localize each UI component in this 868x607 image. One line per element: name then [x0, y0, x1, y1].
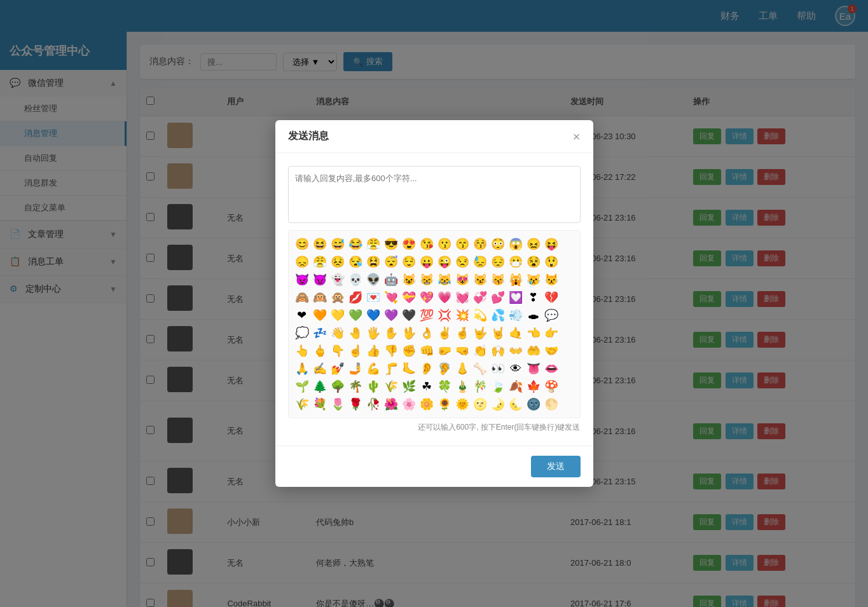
- emoji-item[interactable]: 🤳: [347, 360, 364, 377]
- emoji-item[interactable]: 😙: [454, 236, 471, 252]
- emoji-item[interactable]: 😌: [401, 254, 417, 270]
- emoji-item[interactable]: 💬: [543, 307, 560, 324]
- emoji-item[interactable]: 👇: [329, 343, 346, 359]
- emoji-item[interactable]: 🎍: [454, 378, 471, 395]
- emoji-item[interactable]: 😤: [312, 254, 328, 270]
- emoji-item[interactable]: 👂: [418, 360, 435, 377]
- emoji-item[interactable]: 🦴: [472, 360, 488, 377]
- emoji-item[interactable]: 😽: [490, 271, 506, 288]
- emoji-item[interactable]: 😚: [472, 236, 488, 252]
- emoji-item[interactable]: 🤜: [454, 343, 471, 359]
- emoji-item[interactable]: 💕: [490, 289, 506, 306]
- emoji-item[interactable]: 🖐: [365, 325, 382, 341]
- emoji-item[interactable]: 🦻: [436, 360, 453, 377]
- emoji-item[interactable]: 😍: [401, 236, 417, 252]
- emoji-item[interactable]: 🌛: [490, 396, 506, 413]
- emoji-item[interactable]: 🌹: [347, 396, 364, 413]
- emoji-item[interactable]: 💥: [454, 307, 471, 324]
- emoji-item[interactable]: 🌱: [294, 378, 310, 395]
- emoji-item[interactable]: 😞: [294, 254, 310, 270]
- emoji-item[interactable]: 😤: [365, 236, 382, 252]
- emoji-item[interactable]: 😝: [543, 236, 560, 252]
- emoji-item[interactable]: 👏: [472, 343, 488, 359]
- emoji-item[interactable]: 😳: [490, 236, 506, 252]
- emoji-item[interactable]: 👅: [525, 360, 542, 377]
- emoji-item[interactable]: 🤙: [507, 325, 524, 341]
- emoji-item[interactable]: 👍: [365, 343, 382, 359]
- emoji-item[interactable]: 😷: [507, 254, 524, 270]
- emoji-item[interactable]: 😪: [347, 254, 364, 270]
- emoji-item[interactable]: 💜: [383, 307, 399, 324]
- emoji-item[interactable]: ❣: [525, 289, 542, 306]
- emoji-item[interactable]: 😣: [329, 254, 346, 270]
- emoji-item[interactable]: 💟: [507, 289, 524, 306]
- emoji-item[interactable]: 🌞: [454, 396, 471, 413]
- emoji-item[interactable]: 🌼: [418, 396, 435, 413]
- emoji-item[interactable]: 💛: [329, 307, 346, 324]
- emoji-item[interactable]: 😹: [436, 271, 453, 288]
- emoji-item[interactable]: 🌵: [365, 378, 382, 395]
- emoji-item[interactable]: 😿: [525, 271, 542, 288]
- emoji-item[interactable]: 😖: [525, 236, 542, 252]
- emoji-item[interactable]: 🌲: [312, 378, 328, 395]
- emoji-item[interactable]: 💦: [490, 307, 506, 324]
- emoji-item[interactable]: 🙏: [294, 360, 310, 377]
- emoji-item[interactable]: 🌾: [294, 396, 310, 413]
- emoji-item[interactable]: 👆: [294, 343, 310, 359]
- emoji-item[interactable]: 🍂: [507, 378, 524, 395]
- emoji-item[interactable]: 👽: [365, 271, 382, 288]
- emoji-item[interactable]: 🌷: [329, 396, 346, 413]
- modal-overlay[interactable]: 发送消息 × 😊😆😅😂😤😎😍😘😗😙😚😳😱😖😝😞😤😣😪😫😴😌😛😜😒😓😔😷😵😲👿😈👻…: [0, 0, 868, 607]
- emoji-item[interactable]: 🖤: [401, 307, 417, 324]
- emoji-item[interactable]: 💌: [365, 289, 382, 306]
- emoji-item[interactable]: 😻: [454, 271, 471, 288]
- emoji-item[interactable]: 😾: [543, 271, 560, 288]
- emoji-item[interactable]: 💢: [436, 307, 453, 324]
- emoji-item[interactable]: 💋: [347, 289, 364, 306]
- emoji-item[interactable]: 👻: [329, 271, 346, 288]
- emoji-item[interactable]: 🌴: [347, 378, 364, 395]
- emoji-item[interactable]: 🌚: [525, 396, 542, 413]
- emoji-item[interactable]: 🕳: [525, 307, 542, 324]
- modal-close-button[interactable]: ×: [573, 130, 581, 143]
- emoji-item[interactable]: 🙌: [490, 343, 506, 359]
- emoji-item[interactable]: 👀: [490, 360, 506, 377]
- emoji-item[interactable]: 💘: [383, 289, 399, 306]
- emoji-item[interactable]: 🤛: [436, 343, 453, 359]
- emoji-item[interactable]: ✊: [401, 343, 417, 359]
- emoji-item[interactable]: 🍁: [525, 378, 542, 395]
- emoji-item[interactable]: 🎋: [472, 378, 488, 395]
- emoji-item[interactable]: ☝: [347, 343, 364, 359]
- emoji-item[interactable]: 😓: [472, 254, 488, 270]
- emoji-item[interactable]: 😜: [436, 254, 453, 270]
- emoji-item[interactable]: 😈: [312, 271, 328, 288]
- emoji-item[interactable]: 🌺: [383, 396, 399, 413]
- emoji-item[interactable]: 💭: [294, 325, 310, 341]
- emoji-item[interactable]: 🤖: [383, 271, 399, 288]
- emoji-item[interactable]: 👃: [454, 360, 471, 377]
- emoji-item[interactable]: 🖕: [312, 343, 328, 359]
- emoji-item[interactable]: 🤞: [454, 325, 471, 341]
- emoji-item[interactable]: 💅: [329, 360, 346, 377]
- emoji-item[interactable]: 🖖: [401, 325, 417, 341]
- emoji-item[interactable]: 😴: [383, 254, 399, 270]
- emoji-item[interactable]: 🥀: [365, 396, 382, 413]
- emoji-item[interactable]: 🦶: [401, 360, 417, 377]
- emoji-item[interactable]: 🌝: [472, 396, 488, 413]
- emoji-item[interactable]: ✌: [436, 325, 453, 341]
- emoji-item[interactable]: 💯: [418, 307, 435, 324]
- emoji-item[interactable]: 🍀: [436, 378, 453, 395]
- emoji-item[interactable]: 😛: [418, 254, 435, 270]
- emoji-item[interactable]: 🙊: [329, 289, 346, 306]
- emoji-item[interactable]: 😸: [418, 271, 435, 288]
- emoji-item[interactable]: 🤝: [543, 343, 560, 359]
- emoji-item[interactable]: 😆: [312, 236, 328, 252]
- emoji-item[interactable]: 👈: [525, 325, 542, 341]
- emoji-item[interactable]: 👋: [329, 325, 346, 341]
- emoji-item[interactable]: 👿: [294, 271, 310, 288]
- emoji-item[interactable]: 🧡: [312, 307, 328, 324]
- emoji-item[interactable]: ❤: [294, 307, 310, 324]
- emoji-item[interactable]: 💀: [347, 271, 364, 288]
- emoji-item[interactable]: 😱: [507, 236, 524, 252]
- emoji-item[interactable]: 🌿: [401, 378, 417, 395]
